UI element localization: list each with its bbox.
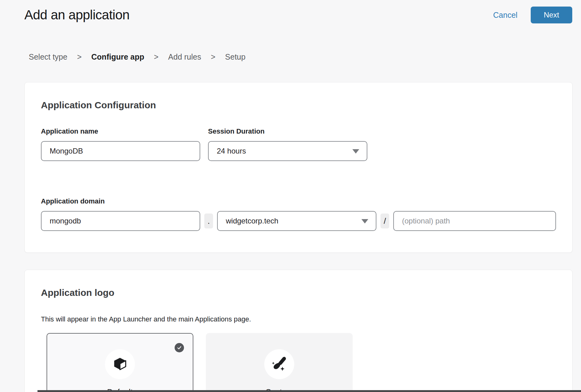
- logo-option-default[interactable]: Default: [47, 333, 193, 392]
- application-name-field: Application name: [41, 127, 200, 161]
- session-duration-label: Session Duration: [208, 127, 367, 135]
- step-separator-icon: >: [211, 52, 216, 61]
- logo-heading: Application logo: [41, 287, 556, 298]
- custom-logo-circle: [264, 349, 294, 379]
- logo-option-custom[interactable]: Custom: [206, 333, 353, 392]
- chevron-down-icon: [361, 219, 368, 223]
- next-button[interactable]: Next: [531, 7, 572, 23]
- selected-check-badge: [175, 343, 184, 352]
- application-domain-label: Application domain: [41, 197, 556, 205]
- configuration-heading: Application Configuration: [41, 100, 556, 110]
- domain-select-value: widgetcorp.tech: [226, 217, 278, 225]
- step-setup[interactable]: Setup: [225, 52, 246, 61]
- session-duration-field: Session Duration 24 hours: [208, 127, 367, 161]
- application-name-label: Application name: [41, 127, 200, 135]
- logo-description: This will appear in the App Launcher and…: [41, 315, 556, 323]
- step-configure-app[interactable]: Configure app: [91, 52, 144, 61]
- slash-separator: /: [380, 213, 389, 228]
- name-session-row: Application name Session Duration 24 hou…: [41, 127, 556, 161]
- session-duration-select[interactable]: 24 hours: [208, 141, 367, 161]
- cube-icon: [112, 356, 128, 372]
- application-configuration-card: Application Configuration Application na…: [24, 82, 573, 253]
- subdomain-input[interactable]: [41, 211, 200, 231]
- domain-select[interactable]: widgetcorp.tech: [217, 211, 376, 231]
- step-separator-icon: >: [154, 52, 159, 61]
- step-add-rules[interactable]: Add rules: [168, 52, 201, 61]
- logo-options: Default Custom: [47, 333, 556, 392]
- application-domain-row: . widgetcorp.tech /: [41, 205, 556, 231]
- step-separator-icon: >: [77, 52, 82, 61]
- page-header: Add an application Cancel Next: [24, 6, 572, 24]
- session-duration-value: 24 hours: [217, 147, 246, 155]
- path-input[interactable]: [393, 211, 556, 231]
- page-title: Add an application: [24, 7, 130, 22]
- bottom-edge-bar: [37, 390, 581, 392]
- application-name-input[interactable]: [41, 141, 200, 161]
- chevron-down-icon: [352, 149, 359, 154]
- paintbrush-icon: [271, 356, 288, 373]
- application-logo-card: Application logo This will appear in the…: [24, 270, 573, 392]
- step-select-type[interactable]: Select type: [29, 52, 67, 61]
- check-icon: [176, 345, 182, 350]
- header-actions: Cancel Next: [493, 7, 572, 23]
- cancel-button[interactable]: Cancel: [493, 11, 518, 20]
- page: Add an application Cancel Next Select ty…: [0, 6, 581, 392]
- wizard-steps: Select type > Configure app > Add rules …: [24, 52, 572, 61]
- dot-separator: .: [204, 213, 213, 228]
- default-logo-circle: [105, 349, 135, 379]
